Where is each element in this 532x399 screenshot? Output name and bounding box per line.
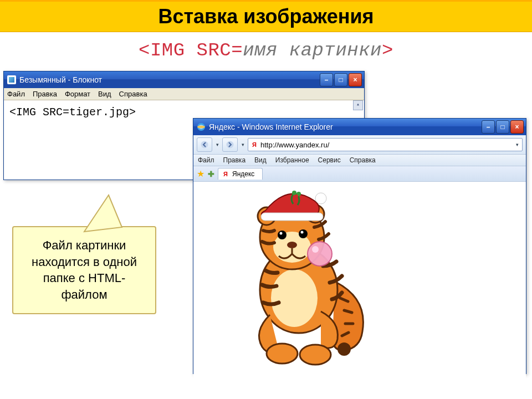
minimize-button[interactable]: – [482,120,495,134]
svg-point-17 [287,242,297,248]
menu-help[interactable]: Справка [350,156,376,164]
svg-point-6 [271,269,318,327]
svg-point-2 [201,141,208,149]
svg-point-8 [300,345,331,365]
menu-edit[interactable]: Правка [33,90,57,98]
menu-file[interactable]: Файл [7,90,25,98]
callout-text: Файл картинки находится в одной папке с … [32,238,137,301]
code-bracket-close: > [382,40,393,61]
ie-page-body [193,182,526,381]
menu-view[interactable]: Вид [254,156,267,164]
address-dropdown-icon[interactable]: ▾ [514,142,520,147]
menu-favorites[interactable]: Избранное [275,156,309,164]
svg-point-1 [197,126,205,129]
code-tag: IMG SRC [150,40,231,61]
browser-tab[interactable]: Я Яндекс [218,168,263,180]
callout: Файл картинки находится в одной папке с … [12,226,156,314]
code-param: имя картинки [243,40,382,61]
ie-icon [197,122,206,131]
forward-dropdown-icon[interactable]: ▾ [240,142,245,147]
notepad-titlebar[interactable]: Безымянный - Блокнот – □ × [4,71,364,88]
svg-point-21 [315,193,326,204]
menu-help[interactable]: Справка [119,90,147,98]
menu-file[interactable]: Файл [198,156,214,164]
svg-point-14 [280,232,283,235]
svg-point-19 [312,246,319,253]
forward-button[interactable] [222,137,238,152]
site-icon: Я [250,141,258,149]
add-favorite-icon[interactable]: ✚ [208,170,214,178]
maximize-button[interactable]: □ [334,73,347,86]
svg-point-4 [337,342,351,356]
back-button[interactable] [197,137,212,152]
favorites-star-icon[interactable]: ★ [197,168,204,179]
stage: Безымянный - Блокнот – □ × Файл Правка Ф… [0,71,532,381]
code-bracket-open: < [139,40,150,61]
address-text: http://www.yandex.ru/ [260,141,512,149]
maximize-button[interactable]: □ [496,120,509,134]
ie-tabbar: ★ ✚ Я Яндекс [193,166,526,182]
menu-format[interactable]: Формат [65,90,90,98]
slide-title: Вставка изображения [158,5,374,28]
notepad-menubar: Файл Правка Формат Вид Справка [4,88,364,100]
callout-box: Файл картинки находится в одной папке с … [12,226,156,314]
minimize-button[interactable]: – [320,73,333,86]
window-controls: – □ × [320,73,362,86]
svg-rect-20 [261,213,323,221]
ie-window: Яндекс - Windows Internet Explorer – □ ×… [193,118,526,374]
menu-edit[interactable]: Правка [223,156,246,164]
svg-point-24 [295,195,298,198]
svg-point-16 [301,231,304,234]
notepad-content: <IMG SRC=tiger.jpg> [9,106,136,119]
notepad-icon [7,75,16,84]
svg-point-22 [292,191,296,195]
back-dropdown-icon[interactable]: ▾ [214,142,220,147]
code-eq: = [231,40,243,61]
ie-title: Яндекс - Windows Internet Explorer [209,122,482,131]
callout-tail-icon [79,194,129,233]
ie-nav-toolbar: ▾ ▾ Я http://www.yandex.ru/ ▾ [193,135,526,155]
window-controls: – □ × [482,120,524,134]
svg-point-18 [308,242,332,266]
address-bar[interactable]: Я http://www.yandex.ru/ ▾ [248,138,523,151]
menu-view[interactable]: Вид [98,90,111,98]
menu-tools[interactable]: Сервис [318,156,341,164]
close-button[interactable]: × [349,73,362,86]
slide-header: Вставка изображения [0,0,532,32]
close-button[interactable]: × [510,120,524,134]
svg-point-7 [267,344,298,364]
svg-point-3 [227,141,234,149]
ie-titlebar[interactable]: Яндекс - Windows Internet Explorer – □ × [193,119,526,135]
tiger-image [227,187,371,370]
notepad-title: Безымянный - Блокнот [19,75,320,84]
tab-label: Яндекс [232,170,254,178]
scroll-up-button[interactable]: ▴ [353,100,363,110]
code-example: <IMG SRC=имя картинки> [0,40,532,61]
ie-menubar: Файл Правка Вид Избранное Сервис Справка [193,155,526,166]
tab-site-icon: Я [222,170,229,178]
svg-point-13 [278,231,287,239]
svg-point-15 [299,229,308,238]
